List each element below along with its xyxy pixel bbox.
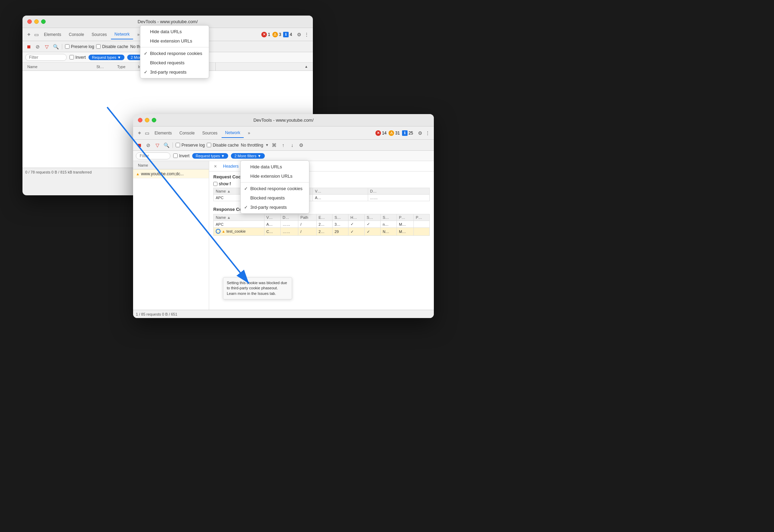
cursor-icon-2[interactable]: ⌖ [136, 130, 143, 137]
tab-elements-1[interactable]: Elements [40, 30, 65, 39]
close-button-2[interactable] [138, 118, 142, 122]
blocked-response-cookies-item-2[interactable]: Blocked response cookies [241, 184, 309, 193]
search-icon-2[interactable]: 🔍 [163, 142, 170, 149]
tab-console-2[interactable]: Console [176, 129, 198, 138]
preserve-log-input-2[interactable] [176, 143, 180, 147]
blocked-requests-item-2[interactable]: Blocked requests [241, 193, 309, 203]
tab-more-2[interactable]: » [244, 129, 254, 138]
device-icon[interactable]: ▭ [33, 31, 40, 38]
stop-icon-2[interactable]: ⏹ [136, 142, 143, 149]
resp-row-apc: APC A… …… / 2… 3… ✓ ✓ n… M… [214, 221, 430, 228]
resp-cell-path-apc: / [298, 221, 316, 228]
table-header-2: Name [133, 161, 209, 169]
search-icon-1[interactable]: 🔍 [52, 43, 59, 50]
invert-checkbox-1[interactable]: Invert [69, 55, 86, 60]
blocked-response-cookies-item-1[interactable]: Blocked response cookies [140, 49, 209, 58]
tab-elements-2[interactable]: Elements [151, 129, 175, 138]
resp-th-s: S… [332, 214, 348, 221]
gear-icon-1[interactable]: ⚙ [296, 31, 302, 38]
resp-cell-path-test: / [298, 228, 316, 236]
download-icon-2[interactable]: ↓ [289, 142, 296, 149]
hide-data-urls-item-2[interactable]: Hide data URLs [241, 162, 309, 171]
list-item-1[interactable]: ▲ www.youtube.com;dc... [133, 169, 209, 178]
filter-icon-1[interactable]: ▽ [43, 43, 50, 50]
more-icon-2[interactable]: ⋮ [424, 130, 431, 137]
upload-icon-2[interactable]: ↑ [280, 142, 287, 149]
settings-icon-2[interactable]: ⚙ [298, 142, 305, 149]
more-filters-btn-2[interactable]: 2 More filters ▼ [231, 153, 264, 159]
resp-th-path: Path [298, 214, 316, 221]
window-title-2: DevTools - www.youtube.com/ [253, 118, 314, 123]
third-party-requests-item-1[interactable]: 3rd-party requests [140, 67, 209, 77]
blocked-requests-item-1[interactable]: Blocked requests [140, 58, 209, 67]
stop-icon-1[interactable]: ⏹ [25, 43, 32, 50]
scroll-up-icon[interactable]: ▲ [305, 65, 308, 68]
panel-tab-headers[interactable]: Headers [220, 162, 241, 170]
more-filters-dropdown-1[interactable]: Hide data URLs Hide extension URLs Block… [140, 25, 209, 78]
chevron-mf-2: ▼ [258, 154, 261, 158]
cursor-icon[interactable]: ⌖ [25, 31, 32, 38]
resp-cell-d-apc: …… [280, 221, 298, 228]
device-icon-2[interactable]: ▭ [143, 130, 150, 137]
info-badge-2: ℹ 25 [402, 130, 413, 136]
show-filter-checkbox[interactable] [213, 182, 217, 186]
disable-cache-checkbox-1[interactable]: Disable cache [96, 44, 128, 49]
close-panel-button[interactable]: × [212, 163, 219, 170]
disable-cache-input-2[interactable] [207, 143, 211, 147]
th-status-1: St… [94, 65, 115, 69]
filter-icon-2[interactable]: ▽ [154, 142, 161, 149]
disable-cache-checkbox-2[interactable]: Disable cache [207, 143, 239, 148]
resp-th-e: E… [316, 214, 332, 221]
disable-cache-input-1[interactable] [96, 44, 101, 49]
tab-network-1[interactable]: Network [111, 30, 133, 39]
request-types-btn-2[interactable]: Request types ▼ [192, 153, 228, 159]
tab-sources-1[interactable]: Sources [88, 30, 110, 39]
clear-icon-1[interactable]: ⊘ [34, 43, 41, 50]
tab-network-2[interactable]: Network [222, 128, 244, 138]
request-types-btn-1[interactable]: Request types ▼ [88, 55, 124, 60]
minimize-button[interactable] [34, 19, 39, 24]
more-icon-1[interactable]: ⋮ [303, 31, 310, 38]
preserve-log-checkbox-1[interactable]: Preserve log [65, 44, 94, 49]
wifi-icon-2[interactable]: ⌘ [271, 142, 278, 149]
tab-sources-2[interactable]: Sources [199, 129, 221, 138]
tab-console-1[interactable]: Console [65, 30, 87, 39]
req-cell-d: …… [368, 195, 429, 201]
invert-input-1[interactable] [69, 55, 74, 59]
info-icon-2: ℹ [402, 130, 408, 136]
badges-2: ✕ 14 ⚠ 31 ℹ 25 [375, 130, 413, 136]
chevron-down-icon-2[interactable]: ▼ [265, 143, 269, 147]
req-cell-v: A… [313, 195, 368, 201]
devtools-tabs-2: ⌖ ▭ Elements Console Sources Network » ✕… [133, 127, 434, 140]
warning-icon-1: ⚠ [272, 32, 278, 37]
window-2: DevTools - www.youtube.com/ ⌖ ▭ Elements… [133, 114, 434, 318]
resp-cell-s2-test: ✓ [364, 228, 380, 236]
throttle-select-2[interactable]: No throttling [241, 143, 263, 148]
hide-data-urls-item-1[interactable]: Hide data URLs [140, 27, 209, 36]
more-filters-dropdown-2[interactable]: Hide data URLs Hide extension URLs Block… [240, 160, 309, 214]
minimize-button-2[interactable] [145, 118, 149, 122]
traffic-lights-2 [138, 118, 156, 122]
filter-input-1[interactable] [25, 54, 67, 61]
resp-cell-p2-test [413, 228, 429, 236]
resp-cell-v-apc: A… [264, 221, 280, 228]
resp-cell-name-apc: APC [214, 221, 264, 228]
hide-extension-urls-item-2[interactable]: Hide extension URLs [241, 171, 309, 181]
maximize-button[interactable] [41, 19, 46, 24]
filter-input-2[interactable] [136, 152, 170, 159]
hide-extension-urls-item-1[interactable]: Hide extension URLs [140, 36, 209, 46]
chevron-rt-2: ▼ [221, 154, 225, 158]
badges-1: ✕ 1 ⚠ 3 ℹ 4 [261, 32, 292, 37]
req-th-v: V… [313, 188, 368, 195]
invert-input-2[interactable] [173, 153, 178, 158]
preserve-log-checkbox-2[interactable]: Preserve log [176, 143, 205, 148]
error-icon-2: ✕ [375, 130, 381, 136]
third-party-requests-item-2[interactable]: 3rd-party requests [241, 203, 309, 212]
close-button[interactable] [27, 19, 32, 24]
th-name-2: Name [136, 163, 150, 167]
maximize-button-2[interactable] [152, 118, 156, 122]
preserve-log-input-1[interactable] [65, 44, 69, 49]
invert-checkbox-2[interactable]: Invert [173, 153, 189, 158]
gear-icon-2[interactable]: ⚙ [417, 130, 423, 137]
clear-icon-2[interactable]: ⊘ [145, 142, 152, 149]
